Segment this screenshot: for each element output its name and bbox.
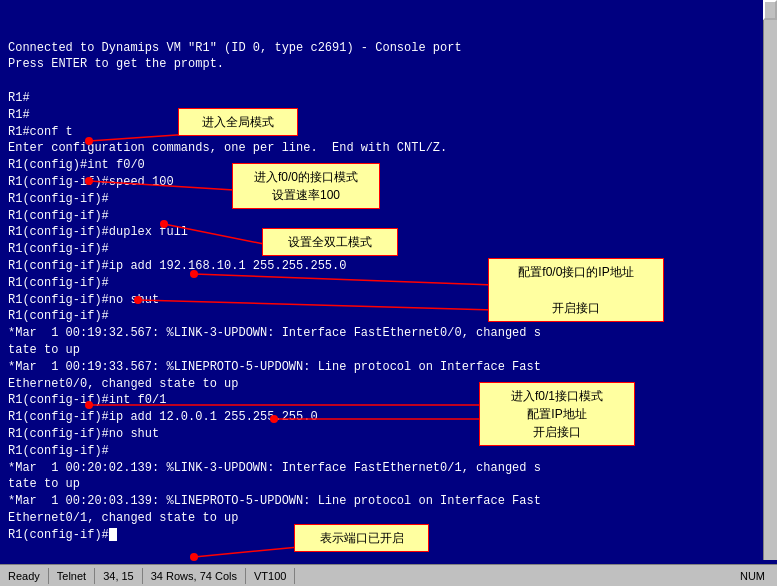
dot-no-shut2 (270, 415, 278, 423)
dot-duplex (160, 220, 168, 228)
svg-line-7 (194, 547, 299, 557)
status-num-mode: NUM (732, 568, 773, 584)
terminal-content[interactable]: 进入全局模式 进入f0/0的接口模式设置速率100 设置全双工模式 配置f0/0… (0, 0, 777, 564)
dot-port-up (190, 553, 198, 561)
status-ready: Ready (4, 568, 49, 584)
annotation-int-speed: 进入f0/0的接口模式设置速率100 (232, 163, 380, 209)
annotation-global-mode: 进入全局模式 (178, 108, 298, 136)
cursor (109, 528, 117, 541)
dot-no-shut1 (134, 296, 142, 304)
annotation-ip-noshut: 配置f0/0接口的IP地址开启接口 (488, 258, 664, 322)
status-position: 34, 15 (95, 568, 143, 584)
annotation-port-open: 表示端口已开启 (294, 524, 429, 552)
status-bar: Ready Telnet 34, 15 34 Rows, 74 Cols VT1… (0, 564, 777, 586)
dot-int-f00 (85, 177, 93, 185)
status-terminal-type: VT100 (246, 568, 295, 584)
dot-ip-add (190, 270, 198, 278)
scrollbar[interactable] (763, 0, 777, 560)
scrollbar-thumb[interactable] (763, 0, 777, 20)
annotation-f01-config: 进入f0/1接口模式配置IP地址开启接口 (479, 382, 635, 446)
status-dimensions: 34 Rows, 74 Cols (143, 568, 246, 584)
dot-global-mode (85, 137, 93, 145)
status-protocol: Telnet (49, 568, 95, 584)
annotation-duplex: 设置全双工模式 (262, 228, 398, 256)
terminal-window: 进入全局模式 进入f0/0的接口模式设置速率100 设置全双工模式 配置f0/0… (0, 0, 777, 586)
dot-int-f01 (85, 401, 93, 409)
